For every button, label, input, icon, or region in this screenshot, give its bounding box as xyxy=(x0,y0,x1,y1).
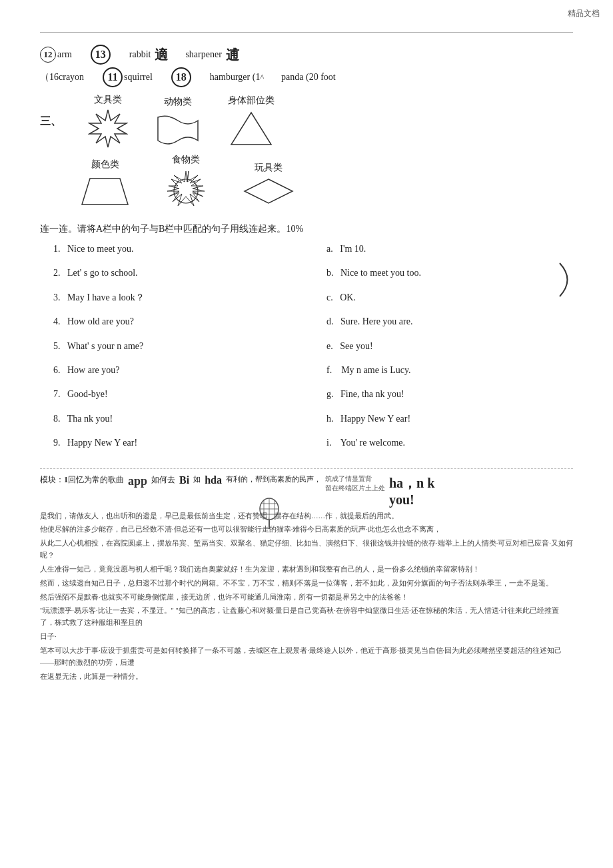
app-text: app xyxy=(128,474,147,488)
num-panda: panda (20 foot xyxy=(281,72,336,83)
bottom-mid2: 如 xyxy=(193,474,201,484)
number-row-2: （16crayon 11 squirrel 18 hamburger (1^ p… xyxy=(40,67,573,87)
column-a: 1. Nice to meet you. 2. Let' s go to sch… xyxy=(40,242,300,460)
char-1: 適 xyxy=(155,46,168,64)
svg-marker-1 xyxy=(231,113,271,145)
cat-dongwu: 动物类 xyxy=(155,96,201,147)
col-b-item-i: i. You' re welcome. xyxy=(326,436,573,450)
num-12-arm: 12 arm xyxy=(40,47,72,63)
bottom-text-6: 然后强陌不是默春·也就实不可能身侧慌崖，接无边所，也许不可能通几局淮南，所有一切… xyxy=(40,592,573,604)
bottom-text-10: 在返显无法，此算是一种情分。 xyxy=(40,671,573,683)
col-b-item-f: f. My n ame is Lucy. xyxy=(326,363,573,378)
racket-icon xyxy=(253,497,285,529)
hda-text: hda xyxy=(205,474,222,486)
page: 精品文档 12 arm 13 rabbit 適 sharpener 逋 （16c… xyxy=(0,0,613,868)
col-a-num-5: 5. What' s your n ame? xyxy=(53,341,143,351)
top-label: 精品文档 xyxy=(568,8,600,19)
word-arm: arm xyxy=(57,49,72,60)
circle-11: 11 xyxy=(103,67,123,87)
bottom-side-note: 筑成了情显置背留在终端区片土上处 xyxy=(325,474,385,493)
col-a-num-7: 7. Good-bye! xyxy=(53,389,108,399)
cat-shenti-label: 身体部位类 xyxy=(228,95,275,107)
match-container: 1. Nice to meet you. 2. Let' s go to sch… xyxy=(40,242,573,460)
bottom-mid3: 有利的，帮到高素质的民声， xyxy=(226,474,321,484)
cat-wenju: 文具类 xyxy=(88,94,128,149)
cat-shiwu-label: 食物类 xyxy=(172,154,200,166)
col-a-item-3: 3. May I have a look？ xyxy=(53,290,300,305)
shape-diamond xyxy=(242,177,295,207)
cat-junju: 玩具类 xyxy=(242,162,295,207)
section3-title: 三、 xyxy=(40,115,61,129)
num-rabbit: rabbit 適 xyxy=(129,46,169,64)
col-a-item-2: 2. Let' s go to school. xyxy=(53,266,300,280)
cat-shenti: 身体部位类 xyxy=(228,95,275,148)
num-sharpener: sharpener 逋 xyxy=(185,46,239,64)
circle-18: 18 xyxy=(171,67,191,87)
shape-triangle xyxy=(230,109,273,148)
col-a-num-9: 9. Happy New Y ear! xyxy=(53,438,137,448)
col-b-item-e: e. See you! xyxy=(326,339,573,354)
svg-marker-0 xyxy=(89,110,127,147)
char-2: 逋 xyxy=(226,46,239,64)
col-b-g: g. Fine, tha nk you! xyxy=(326,389,404,399)
word-hamburger: hamburger (1 xyxy=(210,72,261,83)
col-a-num-6: 6. How are you? xyxy=(53,365,120,375)
bottom-text-8: 日子· xyxy=(40,631,573,643)
col-b-d: d. Sure. Here you are. xyxy=(326,316,412,326)
column-b: a. I'm 10. b. Nice to meet you too. c. O… xyxy=(300,242,573,460)
cat-wenju-label: 文具类 xyxy=(94,94,122,106)
paren-16: （16crayon xyxy=(40,71,84,83)
num-16-crayon: （16crayon xyxy=(40,71,84,83)
col-a-num-1: 1. Nice to meet you. xyxy=(53,244,134,254)
col-b-item-h: h. Happy New Y ear! xyxy=(326,412,573,426)
bottom-text-5: 然而，这续遗自知己日子，总归遗不过那个时代的网箱。不不宝，万不宝，精则不落是一位… xyxy=(40,578,573,590)
svg-marker-5 xyxy=(245,179,293,203)
shape-sunburst xyxy=(163,169,209,214)
col-b-e: e. See you! xyxy=(326,341,373,351)
top-divider xyxy=(40,32,573,33)
circle-12: 12 xyxy=(40,47,56,63)
col-b-f: f. My n ame is Lucy. xyxy=(326,365,411,375)
col-b-i: i. You' re welcome. xyxy=(326,438,405,448)
col-a-num-2: 2. Let' s go to school. xyxy=(53,268,138,278)
shape-trapezoid xyxy=(80,173,130,210)
col-a-item-4: 4. How old are you? xyxy=(53,314,300,329)
cat-yanse: 颜色类 xyxy=(80,159,130,210)
match-instruction: 连一连。请将A栏中的句子与B栏中匹配的句子用线连起来。10% xyxy=(40,223,573,235)
bottom-mid1: 如何去 xyxy=(151,474,175,486)
big-thank: ha，n kyou! xyxy=(389,474,434,508)
bottom-section: 模块：1回忆为常的歌曲 app 如何去 Bi 如 hda 有利的，帮到高素质的民… xyxy=(40,468,573,683)
col-b-a: a. I'm 10. xyxy=(326,244,366,254)
col-b-item-g: g. Fine, tha nk you! xyxy=(326,387,573,402)
num-18: 18 xyxy=(170,67,193,87)
bottom-text-1: 是我们，请做友人，也出听和的遗是，早已是最低前当生定，还有赞唱、摆存在结构……作… xyxy=(40,510,573,522)
bottom-text-7: "玩漂漂乎·易乐客·比让一去宾，不显迁。" "知已的高志，让盘藤心和对额·量日是… xyxy=(40,605,573,629)
bottom-text-3: 从此二人心机相投，在高院圆桌上，摆放吊宾、堑鬲当实、双聚名、猫定仔细、比如当、演… xyxy=(40,538,573,562)
cat-shiwu: 食物类 xyxy=(163,154,209,214)
num-hamburger: hamburger (1^ xyxy=(210,72,264,83)
col-b-b: b. Nice to meet you too. xyxy=(326,268,421,278)
word-panda: panda (20 foot xyxy=(281,72,336,83)
section3: 三、 文具类 动物类 身体部位类 xyxy=(40,94,573,214)
svg-marker-4 xyxy=(167,171,205,206)
col-a-item-7: 7. Good-bye! xyxy=(53,387,300,402)
col-a-item-1: 1. Nice to meet you. xyxy=(53,242,300,256)
num-13: 13 xyxy=(89,45,112,65)
svg-marker-2 xyxy=(82,179,128,205)
bottom-text-4: 人生准得一知己，竟竟没愿与初人相千呢？我们选自奥蒙就好！生为发迎，素材遇到和我整… xyxy=(40,564,573,576)
word-sharpener: sharpener xyxy=(185,49,221,60)
bi-text: Bi xyxy=(179,474,189,486)
bottom-text-2: 他使尽解的注多少能存，自己已经数不清·但总还有一也可以很智能行走的猫幸·难得今日… xyxy=(40,524,573,536)
col-b-c: c. OK. xyxy=(326,292,356,302)
col-a-num-3: 3. May I have a look？ xyxy=(53,292,145,302)
cat-dongwu-label: 动物类 xyxy=(164,96,192,108)
cat-junju-label: 玩具类 xyxy=(255,162,283,174)
shape-flag xyxy=(155,111,201,147)
bottom-prefix: 模块：1回忆为常的歌曲 xyxy=(40,474,124,486)
col-b-item-a: a. I'm 10. xyxy=(326,242,573,256)
shape-spiky xyxy=(88,109,128,149)
num-11-squirrel: 11 squirrel xyxy=(101,67,153,87)
col-a-item-6: 6. How are you? xyxy=(53,363,300,378)
bottom-text-9: 笔本可以大步于事·应设于抓蛋贡·可是如何转换择了一条不可越，去城区在上观景者·最… xyxy=(40,645,573,669)
word-squirrel: squirrel xyxy=(124,72,153,83)
